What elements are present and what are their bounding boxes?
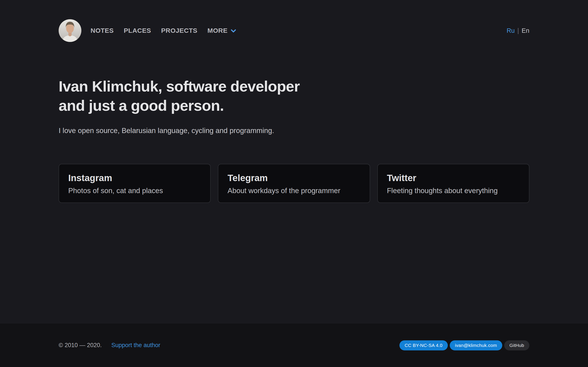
page-title-line-2: and just a good person. bbox=[59, 96, 529, 115]
card-telegram[interactable]: Telegram About workdays of the programme… bbox=[218, 164, 370, 203]
language-current-en: En bbox=[522, 27, 529, 34]
page-subtitle: I love open source, Belarusian language,… bbox=[59, 126, 529, 135]
language-switcher: Ru | En bbox=[507, 27, 529, 34]
nav-item-more-label: MORE bbox=[207, 27, 227, 34]
language-separator: | bbox=[517, 27, 519, 34]
card-description: Photos of son, cat and places bbox=[68, 186, 201, 196]
nav-item-places[interactable]: PLACES bbox=[124, 27, 151, 34]
badge-email[interactable]: ivan@klimchuk.com bbox=[450, 340, 502, 350]
site-footer: © 2010 — 2020. Support the author CC BY-… bbox=[0, 324, 588, 367]
copyright-text: © 2010 — 2020. bbox=[59, 342, 102, 349]
avatar-photo bbox=[59, 19, 81, 42]
avatar[interactable] bbox=[59, 19, 81, 42]
chevron-down-icon bbox=[231, 29, 236, 33]
badge-github[interactable]: GitHub bbox=[504, 340, 529, 350]
main-content: Ivan Klimchuk, software developer and ju… bbox=[59, 42, 529, 324]
language-link-ru[interactable]: Ru bbox=[507, 27, 515, 34]
nav-item-more[interactable]: MORE bbox=[207, 27, 236, 34]
page-title-line-1: Ivan Klimchuk, software developer bbox=[59, 77, 529, 96]
page-title: Ivan Klimchuk, software developer and ju… bbox=[59, 77, 529, 115]
footer-left: © 2010 — 2020. Support the author bbox=[59, 342, 160, 349]
footer-badges: CC BY-NC-SA 4.0 ivan@klimchuk.com GitHub bbox=[399, 340, 529, 350]
card-twitter[interactable]: Twitter Fleeting thoughts about everythi… bbox=[377, 164, 529, 203]
badge-license[interactable]: CC BY-NC-SA 4.0 bbox=[399, 340, 448, 350]
card-title: Instagram bbox=[68, 173, 201, 184]
card-title: Telegram bbox=[227, 173, 360, 184]
card-description: About workdays of the programmer bbox=[227, 186, 360, 196]
social-cards: Instagram Photos of son, cat and places … bbox=[59, 164, 529, 203]
site-header: NOTES PLACES PROJECTS MORE Ru | En bbox=[59, 19, 529, 42]
card-instagram[interactable]: Instagram Photos of son, cat and places bbox=[59, 164, 211, 203]
nav-item-projects[interactable]: PROJECTS bbox=[161, 27, 198, 34]
nav-item-notes[interactable]: NOTES bbox=[91, 27, 114, 34]
main-nav: NOTES PLACES PROJECTS MORE bbox=[91, 27, 236, 34]
support-author-link[interactable]: Support the author bbox=[111, 342, 160, 349]
card-description: Fleeting thoughts about everything bbox=[387, 186, 520, 196]
card-title: Twitter bbox=[387, 173, 520, 184]
